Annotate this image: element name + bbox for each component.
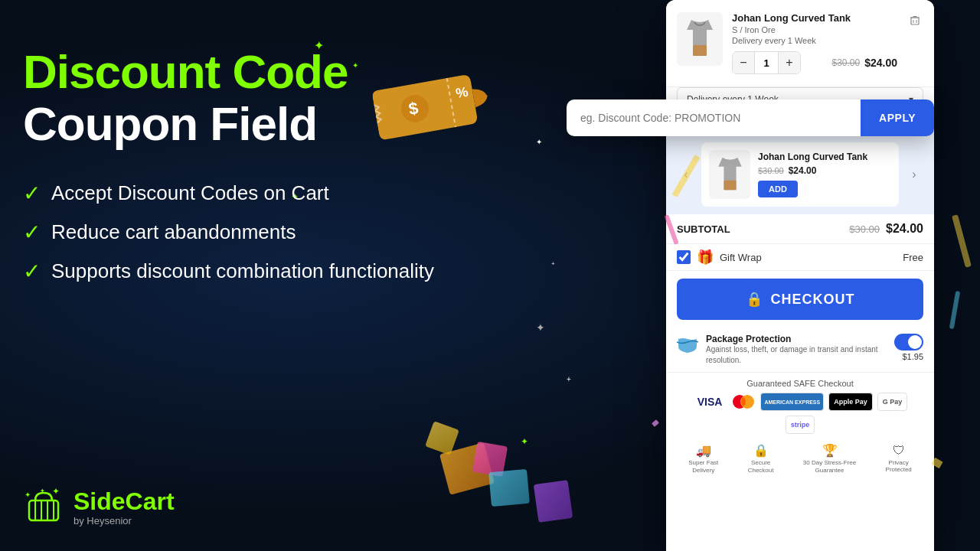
cart-panel: Johan Long Curved Tank S / Iron Ore Deli…: [666, 0, 934, 551]
feature-text-3: Supports discount combination functional…: [51, 259, 434, 283]
item-prices: $30.00 $24.00: [831, 57, 897, 69]
rec-item-prices: $30.00 $24.00: [758, 165, 891, 176]
svg-text:✦: ✦: [24, 491, 31, 499]
trust-item-guarantee: 🏆 30 Day Stress-FreeGuarantee: [803, 443, 856, 474]
apple-pay-badge: Apple Pay: [828, 393, 873, 411]
cart-item-row: Johan Long Curved Tank S / Iron Ore Deli…: [666, 0, 934, 87]
check-icon-1: ✓: [23, 181, 41, 206]
trust-secure-text: SecureCheckout: [748, 459, 774, 474]
rec-price-original: $30.00: [758, 166, 784, 175]
recommended-carousel: ‹ Johan Long Curved Tank $30.00 $24.00 A…: [677, 142, 923, 207]
item-details: Johan Long Curved Tank S / Iron Ore Deli…: [732, 12, 897, 74]
carousel-next-button[interactable]: ›: [905, 165, 923, 184]
sparkle-deco-7: +: [567, 375, 571, 383]
feature-list: ✓ Accept Discount Codes on Cart ✓ Reduce…: [23, 181, 559, 284]
subtotal-label: SUBTOTAL: [677, 223, 730, 235]
logo-cart-icon: ✦ ✦ ✦: [23, 487, 64, 528]
rec-item-name: Johan Long Curved Tank: [758, 152, 891, 162]
feature-item-2: ✓ Reduce cart abandonments: [23, 220, 559, 245]
protection-text: Package Protection Against loss, theft, …: [706, 334, 887, 366]
check-icon-3: ✓: [23, 259, 41, 284]
gift-wrap-price: Free: [903, 252, 923, 263]
trust-badges: 🚚 Super FastDelivery 🔒 SecureCheckout 🏆 …: [666, 439, 934, 481]
protection-price: $1.95: [902, 352, 923, 361]
trust-item-delivery: 🚚 Super FastDelivery: [688, 443, 718, 474]
check-icon-2: ✓: [23, 220, 41, 245]
logo-text: SideCart by Heysenior: [74, 489, 175, 527]
checkout-label: CHECKOUT: [771, 292, 855, 308]
deco-box-3: [488, 469, 530, 507]
subtotal-section: SUBTOTAL $30.00 $24.00: [666, 214, 934, 244]
trust-item-privacy: 🛡 PrivacyProtected: [886, 444, 912, 474]
qty-increase-button[interactable]: +: [779, 52, 800, 73]
add-to-cart-button[interactable]: ADD: [758, 181, 798, 197]
privacy-icon: 🛡: [893, 444, 905, 458]
tank-top-illustration: [681, 16, 719, 62]
subtotal-original: $30.00: [849, 223, 880, 235]
toggle-price-area: $1.95: [894, 334, 923, 361]
quantity-controls: − 1 +: [732, 51, 801, 74]
sparkle-deco-8: ✦: [521, 436, 528, 447]
logo-brand-part1: Side: [74, 487, 126, 515]
left-content: Discount Code Coupon Field ✓ Accept Disc…: [23, 46, 559, 298]
checkout-button[interactable]: 🔒 CHECKOUT: [677, 279, 923, 320]
guarantee-icon: 🏆: [822, 443, 838, 458]
feature-text-1: Accept Discount Codes on Cart: [51, 181, 329, 205]
protection-toggle[interactable]: [894, 334, 923, 350]
qty-value: 1: [754, 52, 779, 73]
protection-icon: [677, 334, 698, 355]
mastercard-badge: [731, 394, 756, 409]
delete-item-button[interactable]: [906, 12, 923, 32]
discount-code-input[interactable]: [567, 99, 861, 136]
subtotal-sale: $24.00: [886, 222, 923, 236]
gift-icon: 🎁: [697, 249, 714, 266]
item-name: Johan Long Curved Tank: [732, 12, 897, 24]
logo-brand: SideCart: [74, 489, 175, 514]
item-image: [677, 12, 723, 66]
feature-item-1: ✓ Accept Discount Codes on Cart: [23, 181, 559, 206]
logo-area: ✦ ✦ ✦ SideCart by Heysenior: [23, 487, 175, 528]
deco-box-5: [534, 480, 573, 523]
payment-methods: VISA AMERICAN EXPRESS Apple Pay G Pay st…: [677, 393, 923, 434]
safe-checkout-section: Guaranteed SAFE Checkout VISA AMERICAN E…: [666, 373, 934, 439]
subtotal-prices: $30.00 $24.00: [849, 222, 923, 236]
gift-wrap-checkbox[interactable]: [677, 250, 691, 264]
svg-text:✦: ✦: [40, 487, 45, 494]
visa-badge: VISA: [693, 393, 727, 411]
headline-white: Coupon Field: [23, 98, 559, 150]
logo-brand-part2: Cart: [126, 487, 175, 515]
rec-tank-top-illustration: [713, 154, 747, 196]
gift-wrap-row: 🎁 Gift Wrap Free: [666, 244, 934, 271]
svg-rect-18: [724, 180, 736, 190]
qty-decrease-button[interactable]: −: [733, 52, 754, 73]
trust-item-secure: 🔒 SecureCheckout: [748, 443, 774, 474]
svg-text:✦: ✦: [52, 487, 60, 497]
logo-sub: by Heysenior: [74, 515, 175, 527]
protection-row: Package Protection Against loss, theft, …: [666, 328, 934, 373]
rec-price-sale: $24.00: [789, 165, 817, 176]
rec-item-image: [709, 150, 750, 199]
delivery-icon: 🚚: [696, 443, 711, 458]
apply-discount-button[interactable]: APPLY: [861, 99, 934, 136]
svg-rect-12: [693, 45, 707, 56]
price-sale: $24.00: [864, 57, 897, 69]
recommended-item: Johan Long Curved Tank $30.00 $24.00 ADD: [701, 142, 899, 207]
gift-wrap-label: Gift Wrap: [720, 252, 897, 263]
discount-code-section: APPLY: [567, 99, 934, 136]
rec-item-details: Johan Long Curved Tank $30.00 $24.00 ADD: [758, 152, 891, 197]
item-variant: S / Iron Ore: [732, 25, 897, 34]
quantity-row: − 1 + $30.00 $24.00: [732, 51, 897, 74]
google-pay-badge: G Pay: [877, 393, 908, 411]
item-delivery: Delivery every 1 Week: [732, 36, 897, 45]
trust-privacy-text: PrivacyProtected: [886, 459, 912, 474]
stripe-badge: stripe: [786, 416, 815, 434]
feature-text-2: Reduce cart abandonments: [51, 220, 296, 244]
sparkle-deco-6: ✦: [536, 321, 545, 334]
price-original: $30.00: [831, 57, 860, 68]
protection-desc: Against loss, theft, or damage in transi…: [706, 344, 887, 366]
lock-icon: 🔒: [746, 291, 763, 308]
feature-item-3: ✓ Supports discount combination function…: [23, 259, 559, 284]
trash-icon: [910, 15, 920, 26]
toggle-knob: [908, 335, 922, 349]
shield-wave-icon: [677, 336, 698, 353]
